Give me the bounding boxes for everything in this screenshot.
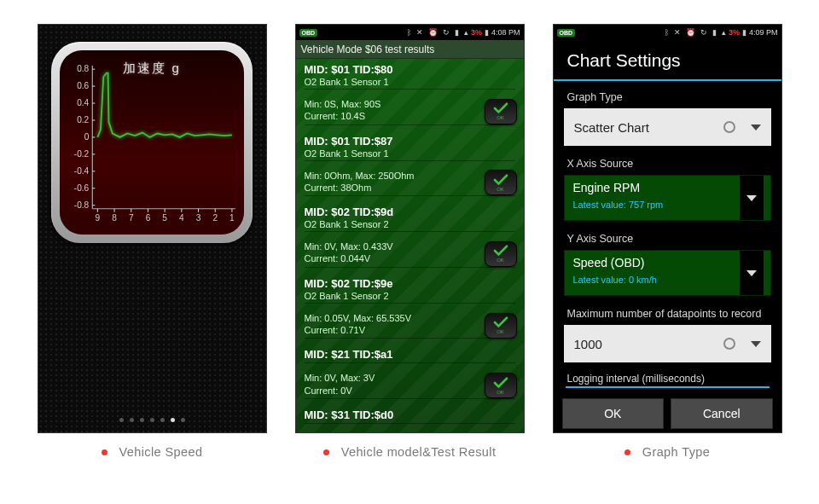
test-mid-line: MID: $02 TID:$9d <box>305 206 515 218</box>
results-header: Vehicle Mode $06 test results <box>296 40 524 59</box>
ok-status-button[interactable]: OK <box>485 99 517 125</box>
page-dot[interactable] <box>150 418 154 422</box>
mute-icon: ✕ <box>416 28 423 37</box>
check-icon <box>493 377 508 389</box>
test-measure-row: Min: 0V, Max: 0.433VCurrent: 0.044VOK <box>296 235 524 273</box>
svg-text:4: 4 <box>179 213 184 223</box>
selector-x-source[interactable]: Engine RPM Latest value: 757 rpm <box>564 175 771 221</box>
check-icon <box>493 174 508 186</box>
page-dot[interactable] <box>119 418 124 422</box>
ok-status-button[interactable]: OK <box>485 241 517 267</box>
page-dot[interactable] <box>171 418 175 422</box>
cancel-button[interactable]: Cancel <box>671 398 773 429</box>
sync-icon: ↻ <box>443 28 450 37</box>
phone-chart-settings: OBD ᛒ ✕ ⏰ ↻ ▮ ▴ 3% ▮ 4:09 PM Chart Setti… <box>553 24 782 433</box>
obd-badge-icon: OBD <box>299 29 318 37</box>
clock: 4:08 PM <box>491 28 520 37</box>
label-x-axis: X Axis Source <box>554 153 781 173</box>
phone-gauge: 加速度 g 0.80.60.40.20-0.2-0.4-0.6-0.8 9876… <box>38 24 267 433</box>
results-list[interactable]: MID: $01 TID:$80O2 Bank 1 Sensor 1Min: 0… <box>296 59 524 433</box>
ok-button[interactable]: OK <box>562 398 665 429</box>
test-item-header: MID: $02 TID:$9eO2 Bank 1 Sensor 2 <box>296 273 524 307</box>
svg-text:6: 6 <box>146 213 151 223</box>
page-dot[interactable] <box>181 418 185 422</box>
caption-graph-type: Graph Type <box>553 445 782 459</box>
label-logging-interval: Logging interval (milliseconds) <box>554 369 781 386</box>
gauge-title: 加速度 g <box>60 61 244 77</box>
y-source-latest: Latest value: 0 km/h <box>573 275 762 285</box>
test-measure-row: Min: 0S, Max: 90SCurrent: 10.4SOK <box>296 93 524 130</box>
svg-text:0.4: 0.4 <box>77 98 89 107</box>
clock: 4:09 PM <box>749 28 778 37</box>
test-measure-text: Min: 0Ohm, Max: 250OhmCurrent: 38Ohm <box>305 170 515 194</box>
label-y-axis: Y Axis Source <box>554 228 781 248</box>
page-indicator-dots <box>119 418 185 422</box>
test-desc: O2 Bank 1 Sensor 2 <box>305 291 515 301</box>
status-bar: OBD ᛒ ✕ ⏰ ↻ ▮ ▴ 3% ▮ 4:08 PM <box>296 25 524 40</box>
obd-badge-icon: OBD <box>557 29 576 37</box>
bullet-icon <box>323 449 329 455</box>
settings-dialog: Chart Settings Graph Type Scatter Chart … <box>554 40 781 433</box>
phone-test-results: OBD ᛒ ✕ ⏰ ↻ ▮ ▴ 3% ▮ 4:08 PM Vehicle Mod… <box>295 24 525 433</box>
battery-level: 3% <box>471 28 482 37</box>
test-item-header: MID: $21 TID:$a1 <box>296 344 524 367</box>
test-desc: O2 Bank 1 Sensor 2 <box>305 219 515 229</box>
svg-text:-0.6: -0.6 <box>74 183 90 193</box>
gauge-plot-area: 加速度 g 0.80.60.40.20-0.2-0.4-0.6-0.8 9876… <box>60 50 244 235</box>
ok-status-button[interactable]: OK <box>485 170 517 195</box>
test-measure-row: Min: 0V, Max: 3VCurrent: 0VOK <box>296 367 524 404</box>
chevron-down-icon <box>751 341 761 347</box>
battery-level: 3% <box>729 28 740 37</box>
battery-icon: ▮ <box>742 28 746 37</box>
caption-model-test-result: Vehicle model&Test Result <box>295 445 525 459</box>
ok-label: OK <box>497 115 504 120</box>
test-mid-line: MID: $02 TID:$9e <box>305 277 515 290</box>
network-icon: ▴ <box>464 28 468 37</box>
ok-status-button[interactable]: OK <box>485 313 517 339</box>
page-dot[interactable] <box>140 418 144 422</box>
dialog-title: Chart Settings <box>554 40 781 79</box>
bluetooth-icon: ᛒ <box>665 28 669 37</box>
battery-icon: ▮ <box>485 28 489 37</box>
selector-graph-type[interactable]: Scatter Chart <box>564 108 771 146</box>
label-graph-type: Graph Type <box>554 86 781 107</box>
svg-text:3: 3 <box>196 213 201 223</box>
page-dot[interactable] <box>160 418 165 422</box>
svg-text:9: 9 <box>96 213 101 223</box>
sync-icon: ↻ <box>700 28 707 37</box>
test-desc: O2 Bank 1 Sensor 1 <box>305 77 515 87</box>
network-icon: ▴ <box>722 28 726 37</box>
svg-text:0.2: 0.2 <box>77 115 89 125</box>
bluetooth-icon: ᛒ <box>407 28 411 37</box>
test-mid-line: MID: $21 TID:$a1 <box>305 348 515 361</box>
mute-icon: ✕ <box>674 28 681 37</box>
bullet-icon <box>102 449 107 455</box>
selector-max-points[interactable]: 1000 <box>564 325 771 362</box>
logging-input-underline[interactable] <box>566 386 770 388</box>
ok-label: OK <box>497 187 504 192</box>
page-dot[interactable] <box>130 418 134 422</box>
check-icon <box>493 102 508 114</box>
svg-text:-0.4: -0.4 <box>74 166 90 176</box>
ok-status-button[interactable]: OK <box>485 373 517 398</box>
test-item-header: MID: $02 TID:$9dO2 Bank 1 Sensor 2 <box>296 201 524 235</box>
selector-graph-type-value: Scatter Chart <box>574 120 649 135</box>
svg-text:1: 1 <box>229 213 235 223</box>
check-icon <box>493 316 508 328</box>
test-mid-line: MID: $01 TID:$80 <box>305 63 515 76</box>
test-measure-text: Min: 0V, Max: 0.433VCurrent: 0.044V <box>305 240 515 265</box>
gauge-svg: 0.80.60.40.20-0.2-0.4-0.6-0.8 987654321 <box>67 57 239 229</box>
gauge-frame: 加速度 g 0.80.60.40.20-0.2-0.4-0.6-0.8 9876… <box>51 42 253 243</box>
svg-text:8: 8 <box>112 213 117 223</box>
caption-text: Vehicle model&Test Result <box>341 445 497 459</box>
test-mid-line: MID: $01 TID:$87 <box>305 135 515 148</box>
svg-text:7: 7 <box>129 213 134 223</box>
x-source-latest: Latest value: 757 rpm <box>573 200 762 210</box>
radio-icon <box>723 338 735 350</box>
chevron-down-icon <box>740 251 764 295</box>
alarm-icon: ⏰ <box>428 28 438 37</box>
selector-y-source[interactable]: Speed (OBD) Latest value: 0 km/h <box>564 250 771 296</box>
test-measure-row: Min: 0Ohm, Max: 250OhmCurrent: 38OhmOK <box>296 165 524 202</box>
check-icon <box>493 245 508 257</box>
max-points-value: 1000 <box>574 337 602 351</box>
